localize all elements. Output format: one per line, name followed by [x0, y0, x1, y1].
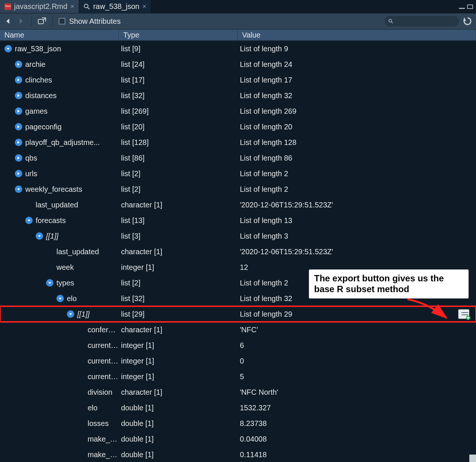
name-cell[interactable]: weekly_forecasts — [0, 185, 119, 194]
row-value-text: 5 — [240, 372, 244, 381]
tree-row[interactable]: gameslist [269]List of length 269 — [0, 103, 476, 119]
tree-row[interactable]: make_con...double [1]0.04008 — [0, 431, 476, 447]
tree-row[interactable]: clincheslist [17]List of length 17 — [0, 72, 476, 88]
tree-row[interactable]: current_tiesinteger [1]0 — [0, 353, 476, 369]
name-cell[interactable]: archie — [0, 60, 119, 69]
row-name: [[1]] — [46, 232, 58, 240]
tab-raw-538-json[interactable]: raw_538_json × — [79, 0, 151, 13]
chevron-down-icon[interactable] — [25, 217, 33, 224]
tree-row[interactable]: last_updatedcharacter [1]'2020-12-06T15:… — [0, 197, 476, 213]
chevron-down-icon[interactable] — [56, 295, 64, 302]
chevron-down-icon[interactable] — [36, 232, 43, 240]
minimize-icon[interactable] — [459, 4, 465, 9]
maximize-icon[interactable] — [467, 4, 473, 9]
name-cell[interactable]: playoff_qb_adjustme... — [0, 138, 119, 147]
row-name: losses — [88, 419, 109, 428]
name-cell[interactable]: [[1]] — [0, 310, 119, 319]
back-button[interactable] — [4, 17, 13, 26]
name-cell[interactable]: last_updated — [0, 248, 119, 256]
chevron-right-icon[interactable] — [15, 61, 22, 68]
svg-point-0 — [84, 4, 88, 8]
row-type: double [1] — [119, 419, 238, 428]
tree-row[interactable]: urlslist [2]List of length 2 — [0, 166, 476, 181]
name-cell[interactable]: types — [0, 279, 119, 287]
name-cell[interactable]: elo — [0, 404, 119, 412]
chevron-right-icon[interactable] — [15, 76, 22, 84]
tree-row[interactable]: playoff_qb_adjustme...list [128]List of … — [0, 135, 476, 150]
row-type: character [1] — [119, 388, 238, 397]
name-cell[interactable]: forecasts — [0, 216, 119, 225]
chevron-right-icon[interactable] — [15, 107, 22, 115]
column-value[interactable]: Value — [238, 30, 476, 40]
name-cell[interactable]: urls — [0, 169, 119, 178]
tree-row[interactable]: qbslist [86]List of length 86 — [0, 150, 476, 166]
chevron-right-icon[interactable] — [15, 154, 22, 162]
close-icon[interactable]: × — [70, 3, 74, 10]
tree-row[interactable]: distanceslist [32]List of length 32 — [0, 88, 476, 103]
tree-row[interactable]: forecastslist [13]List of length 13 — [0, 213, 476, 228]
name-cell[interactable]: current_lo... — [0, 341, 119, 350]
name-cell[interactable]: conference — [0, 326, 119, 334]
tree-row[interactable]: [[1]]list [3]List of length 3 — [0, 228, 476, 244]
name-cell[interactable]: elo — [0, 294, 119, 303]
tree-row[interactable]: elodouble [1]1532.327 — [0, 400, 476, 416]
tree-row[interactable]: divisioncharacter [1]'NFC North' — [0, 384, 476, 400]
search-box[interactable] — [385, 16, 459, 26]
tree-row[interactable]: make_divi...double [1]0.11418 — [0, 447, 476, 462]
tree-row[interactable]: current_lo...integer [1]6 — [0, 337, 476, 353]
name-cell[interactable]: raw_538_json — [0, 45, 119, 53]
tree-row[interactable]: conferencecharacter [1]'NFC' — [0, 322, 476, 337]
tree-row[interactable]: lossesdouble [1]8.23738 — [0, 416, 476, 431]
tree-row[interactable]: archielist [24]List of length 24 — [0, 56, 476, 72]
name-cell[interactable]: last_updated — [0, 201, 119, 209]
show-attributes-checkbox[interactable] — [59, 18, 65, 25]
name-cell[interactable]: week — [0, 263, 119, 272]
row-type: list [24] — [119, 60, 238, 69]
tree-row[interactable]: [[1]]list [29]List of length 29 — [0, 306, 476, 322]
chevron-down-icon[interactable] — [67, 310, 74, 318]
search-icon — [84, 3, 90, 10]
chevron-right-icon[interactable] — [15, 123, 22, 130]
name-cell[interactable]: make_con... — [0, 435, 119, 443]
tab-javascript2[interactable]: javascript2.Rmd × — [0, 0, 79, 13]
name-cell[interactable]: make_divi... — [0, 450, 119, 459]
name-cell[interactable]: qbs — [0, 154, 119, 162]
row-value-text: List of length 269 — [240, 107, 296, 116]
tree-row[interactable]: current_wi...integer [1]5 — [0, 369, 476, 384]
scrollbar-thumb[interactable] — [469, 455, 476, 462]
name-cell[interactable]: losses — [0, 419, 119, 428]
column-name[interactable]: Name — [0, 30, 119, 40]
row-value: 5 — [238, 372, 476, 381]
row-name: week — [56, 263, 74, 272]
chevron-down-icon[interactable] — [46, 279, 53, 287]
name-cell[interactable]: clinches — [0, 76, 119, 84]
name-cell[interactable]: division — [0, 388, 119, 397]
svg-point-3 — [389, 19, 391, 22]
chevron-right-icon[interactable] — [15, 170, 22, 177]
tree-row[interactable]: raw_538_jsonlist [9]List of length 9 — [0, 41, 476, 56]
row-value: '2020-12-06T15:29:51.523Z' — [238, 201, 476, 209]
column-type[interactable]: Type — [119, 30, 238, 40]
tree-row[interactable]: last_updatedcharacter [1]'2020-12-06T15:… — [0, 244, 476, 259]
row-type: list [29] — [119, 310, 238, 319]
name-cell[interactable]: current_wi... — [0, 372, 119, 381]
search-input[interactable] — [393, 18, 455, 24]
export-button[interactable] — [458, 309, 469, 319]
chevron-right-icon[interactable] — [15, 139, 22, 146]
chevron-down-icon[interactable] — [15, 185, 22, 193]
name-cell[interactable]: pageconfig — [0, 123, 119, 131]
name-cell[interactable]: games — [0, 107, 119, 116]
svg-line-4 — [391, 22, 393, 23]
refresh-button[interactable] — [463, 16, 472, 26]
tree-row[interactable]: weekly_forecastslist [2]List of length 2 — [0, 181, 476, 197]
chevron-right-icon[interactable] — [15, 92, 22, 99]
row-value-text: List of length 13 — [240, 216, 292, 225]
chevron-down-icon[interactable] — [4, 45, 12, 52]
name-cell[interactable]: distances — [0, 91, 119, 100]
name-cell[interactable]: [[1]] — [0, 232, 119, 240]
open-in-new-window-icon[interactable] — [38, 17, 46, 25]
row-name: [[1]] — [77, 310, 89, 319]
name-cell[interactable]: current_ties — [0, 357, 119, 365]
close-icon[interactable]: × — [142, 3, 146, 10]
tree-row[interactable]: pageconfiglist [20]List of length 20 — [0, 119, 476, 135]
